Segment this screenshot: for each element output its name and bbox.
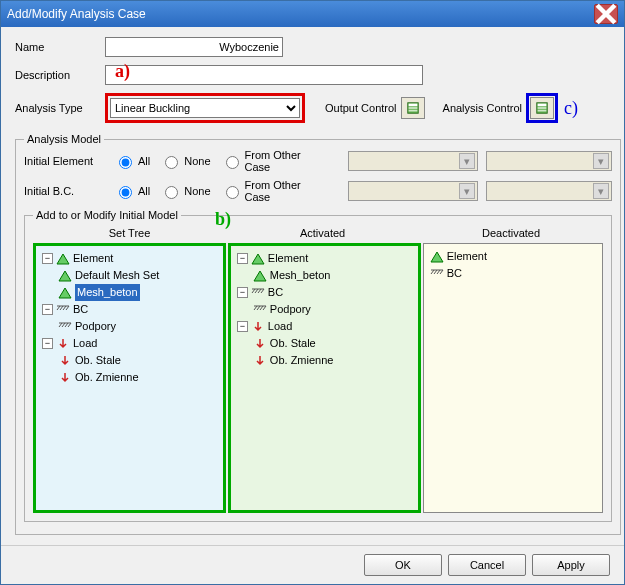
description-input[interactable]: [105, 65, 423, 85]
activated-panel[interactable]: − Element Mesh_beton −: [228, 243, 421, 513]
set-tree-panel[interactable]: − Element Default Mesh Set: [33, 243, 226, 513]
mesh-icon: [58, 287, 72, 299]
output-control-label: Output Control: [325, 102, 397, 114]
load-item-icon: [58, 372, 72, 384]
initial-element-case-select: ▾: [348, 151, 478, 171]
apply-button[interactable]: Apply: [532, 554, 610, 576]
chevron-down-icon: ▾: [459, 183, 475, 199]
load-item-icon: [58, 355, 72, 367]
titlebar: Add/Modify Analysis Case: [1, 1, 624, 27]
initial-bc-all[interactable]: All: [114, 183, 150, 199]
annotation-b: b): [215, 209, 231, 230]
name-label: Name: [15, 41, 105, 53]
bc-icon: [251, 287, 265, 299]
close-icon: [595, 3, 617, 25]
expand-icon[interactable]: −: [42, 338, 53, 349]
chevron-down-icon: ▾: [593, 153, 609, 169]
svg-rect-3: [408, 110, 417, 112]
cancel-button[interactable]: Cancel: [448, 554, 526, 576]
svg-rect-2: [408, 107, 417, 109]
mesh-icon: [58, 270, 72, 282]
initial-bc-case-select-2: ▾: [486, 181, 612, 201]
load-item-icon: [253, 338, 267, 350]
dialog-body: Name Description a) Analysis Type Linear…: [1, 27, 624, 545]
analysis-control-label: Analysis Control: [443, 102, 522, 114]
bc-icon: [430, 268, 444, 280]
svg-rect-7: [538, 110, 547, 112]
add-modify-fieldset: Add to or Modify Initial Model b) Set Tr…: [24, 209, 612, 522]
deactivated-panel[interactable]: Element BC: [423, 243, 603, 513]
dialog-footer: OK Cancel Apply: [1, 545, 624, 584]
mesh-icon: [253, 270, 267, 282]
initial-element-case-select-2: ▾: [486, 151, 612, 171]
load-icon: [251, 321, 265, 333]
element-icon: [430, 251, 444, 263]
initial-element-all[interactable]: All: [114, 153, 150, 169]
dialog-window: Add/Modify Analysis Case Name Descriptio…: [0, 0, 625, 585]
description-label: Description: [15, 69, 105, 81]
ok-button[interactable]: OK: [364, 554, 442, 576]
add-modify-legend: Add to or Modify Initial Model: [33, 209, 181, 221]
load-item-icon: [253, 355, 267, 367]
header-activated: Activated: [226, 225, 419, 241]
name-input[interactable]: [105, 37, 283, 57]
header-set-tree: Set Tree: [33, 225, 226, 241]
annotation-a: a): [115, 61, 130, 82]
svg-rect-6: [538, 107, 547, 109]
analysis-control-button[interactable]: [530, 97, 554, 119]
support-icon: [253, 304, 267, 316]
chevron-down-icon: ▾: [593, 183, 609, 199]
annotation-c: c): [564, 98, 578, 119]
initial-element-from-other[interactable]: From Other Case: [221, 149, 324, 173]
expand-icon[interactable]: −: [237, 321, 248, 332]
analysis-model-legend: Analysis Model: [24, 133, 104, 145]
expand-icon[interactable]: −: [237, 253, 248, 264]
initial-element-label: Initial Element: [24, 155, 114, 167]
initial-bc-label: Initial B.C.: [24, 185, 114, 197]
element-icon: [251, 253, 265, 265]
support-icon: [58, 321, 72, 333]
tree-selected-item[interactable]: Mesh_beton: [75, 284, 140, 301]
analysis-model-fieldset: Analysis Model Initial Element All None …: [15, 133, 621, 535]
chevron-down-icon: ▾: [459, 153, 475, 169]
close-button[interactable]: [594, 4, 618, 24]
expand-icon[interactable]: −: [237, 287, 248, 298]
svg-rect-5: [538, 104, 547, 107]
svg-rect-1: [408, 104, 417, 107]
sheet-icon: [406, 101, 420, 115]
output-control-button[interactable]: [401, 97, 425, 119]
analysis-type-label: Analysis Type: [15, 102, 105, 114]
initial-bc-from-other[interactable]: From Other Case: [221, 179, 324, 203]
initial-element-none[interactable]: None: [160, 153, 210, 169]
annotation-a-box: Linear Buckling: [105, 93, 305, 123]
element-icon: [56, 253, 70, 265]
initial-bc-none[interactable]: None: [160, 183, 210, 199]
load-icon: [56, 338, 70, 350]
expand-icon[interactable]: −: [42, 253, 53, 264]
annotation-c-box: [526, 93, 558, 123]
analysis-type-select[interactable]: Linear Buckling: [110, 98, 300, 118]
bc-icon: [56, 304, 70, 316]
window-title: Add/Modify Analysis Case: [7, 7, 146, 21]
expand-icon[interactable]: −: [42, 304, 53, 315]
initial-bc-case-select: ▾: [348, 181, 478, 201]
header-deactivated: Deactivated: [419, 225, 603, 241]
sheet-icon: [535, 101, 549, 115]
